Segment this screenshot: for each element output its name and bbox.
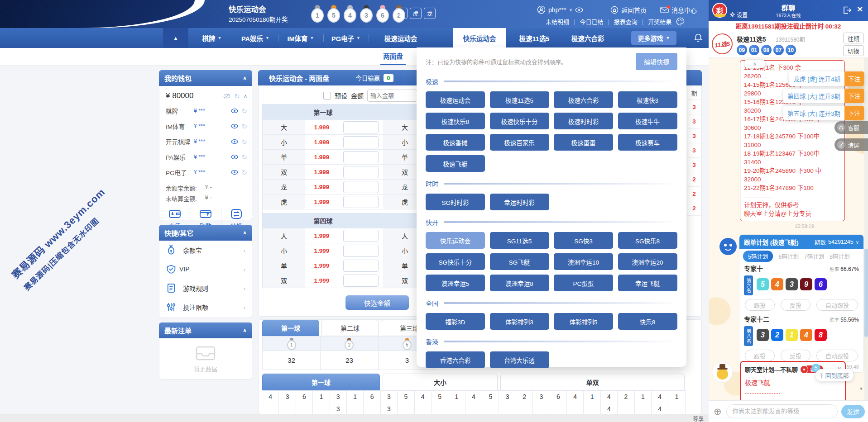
game-button[interactable]: 极速牛牛 xyxy=(618,113,677,129)
palette-icon[interactable] xyxy=(676,17,685,26)
tab-6code[interactable]: 6码计划 xyxy=(778,252,798,261)
menu-draw-results[interactable]: 开奖结果 xyxy=(648,17,671,26)
refresh-icon[interactable]: ↻ xyxy=(241,108,247,114)
nav-item-pg[interactable]: PG电子▼ xyxy=(324,28,368,48)
eye-icon[interactable] xyxy=(231,154,238,160)
sidebar-item-rules[interactable]: 游戏规则› xyxy=(159,279,252,298)
game-button[interactable]: 极速蛋蛋 xyxy=(554,134,613,151)
quick-amount-button[interactable]: 快选金额 xyxy=(345,295,409,310)
messages-link[interactable]: 消息中心 xyxy=(660,5,697,14)
game-button[interactable]: 澳洲幸运20 xyxy=(618,253,677,270)
game-button[interactable]: 极速飞艇 xyxy=(426,155,485,172)
trend-header-ball1[interactable]: 第一球 xyxy=(262,374,380,390)
bet-odds[interactable]: 1.999 xyxy=(305,273,338,288)
menu-unsettled[interactable]: 未结明细 xyxy=(546,17,569,26)
auto-follow-button[interactable]: 自动跟投 xyxy=(816,350,858,361)
bet-odds[interactable]: 1.999 xyxy=(305,120,338,135)
game-button[interactable]: 幸运时时彩 xyxy=(490,194,549,210)
bet-amount-input[interactable] xyxy=(343,275,379,287)
bet-option-label[interactable]: 双 xyxy=(263,165,305,180)
preset-checkbox[interactable] xyxy=(323,92,331,100)
bell-icon[interactable] xyxy=(694,33,703,43)
chevron-up-icon[interactable]: ∧ xyxy=(243,327,247,333)
customer-service-button[interactable]: 客服 xyxy=(834,121,868,134)
eye-icon[interactable] xyxy=(231,108,238,114)
game-button[interactable]: SG快乐8 xyxy=(618,232,677,249)
nav-item-im-sports[interactable]: IM体育▼ xyxy=(279,28,322,48)
bet-amount-input[interactable] xyxy=(343,151,379,163)
previous-draws-button[interactable]: 往期 xyxy=(843,33,864,43)
reverse-bet-button[interactable]: 反投 xyxy=(781,299,810,311)
refresh-icon[interactable]: ↻ xyxy=(241,154,247,161)
tab-8code[interactable]: 8码计划 xyxy=(830,252,849,261)
tab-ball-2[interactable]: 第二球 xyxy=(321,320,379,336)
game-button[interactable]: 极速快3 xyxy=(618,91,677,108)
game-button[interactable]: PC蛋蛋 xyxy=(554,275,613,291)
bet-option-label[interactable]: 双 xyxy=(263,273,305,288)
bet-odds[interactable]: 1.999 xyxy=(305,258,338,273)
bet-odds[interactable]: 1.999 xyxy=(305,135,338,150)
refresh-icon[interactable]: ↻ xyxy=(241,169,247,176)
collapse-message-button[interactable]: ∧ xyxy=(744,59,766,68)
eye-icon[interactable] xyxy=(575,7,583,13)
tab-two-sides[interactable]: 两面盘 xyxy=(380,48,406,65)
user-account[interactable]: php*** ∨ xyxy=(537,5,583,14)
bet-odds[interactable]: 1.999 xyxy=(305,150,338,165)
trend-header-bigsmall[interactable]: 大小 xyxy=(383,374,498,390)
game-button[interactable]: 快乐8 xyxy=(618,313,677,330)
send-button[interactable]: 发送 xyxy=(841,405,865,418)
bet-option-label[interactable]: 大 xyxy=(263,120,305,135)
bet-option-label[interactable]: 单 xyxy=(263,150,305,165)
sidebar-item-yuebao[interactable]: 余额宝› xyxy=(159,241,252,260)
chevron-up-icon[interactable]: ∧ xyxy=(243,75,247,81)
game-button[interactable]: 澳洲幸运10 xyxy=(554,253,613,270)
game-button[interactable]: SG飞艇 xyxy=(490,253,549,270)
bet-amount-input[interactable] xyxy=(343,166,379,178)
eye-icon[interactable] xyxy=(231,139,238,144)
nav-collapse-button[interactable]: ▲ xyxy=(163,28,188,48)
eye-icon[interactable] xyxy=(231,123,238,129)
nav-item-happy-games-active[interactable]: 快乐运动会 xyxy=(453,28,506,48)
bet-amount-input[interactable] xyxy=(343,136,379,148)
chat-scrollbar[interactable] xyxy=(864,58,868,400)
nav-item-chess[interactable]: 棋牌▼ xyxy=(192,28,232,48)
nav-item-pa[interactable]: PA娱乐▼ xyxy=(234,28,277,48)
game-button[interactable]: 极速赛车 xyxy=(618,134,677,151)
nav-item-speed-games[interactable]: 极速运动会 xyxy=(371,28,430,48)
tab-ball-1[interactable]: 第一球 xyxy=(262,320,319,336)
bet-amount-input[interactable] xyxy=(343,245,379,257)
back-to-bottom-button[interactable]: ∨∨ 回到底部 xyxy=(815,369,854,381)
game-button[interactable]: 极速运动会 xyxy=(426,91,485,108)
bet-option-label[interactable]: 小 xyxy=(263,243,305,258)
game-button[interactable]: SG快3 xyxy=(554,232,613,249)
bet-amount-input[interactable] xyxy=(343,121,379,133)
bet-amount-input[interactable] xyxy=(343,260,379,272)
reverse-bet-button[interactable]: 反投 xyxy=(781,350,810,361)
refresh-icon[interactable]: ↻ xyxy=(241,138,247,145)
eye-off-icon[interactable] xyxy=(223,93,230,99)
preset-amount-input[interactable] xyxy=(367,90,417,102)
chevron-up-icon[interactable]: ∧ xyxy=(244,93,247,99)
chevron-up-icon[interactable]: ∧ xyxy=(243,230,247,236)
bet-odds[interactable]: 1.999 xyxy=(305,228,338,243)
bet-option-label[interactable]: 大 xyxy=(263,228,305,243)
game-button[interactable]: 澳洲幸运5 xyxy=(426,275,485,291)
scrollbar-thumb[interactable] xyxy=(864,249,868,337)
plan-period-select[interactable]: 期数54291245∨ xyxy=(815,238,859,247)
nav-item-speed-11x5[interactable]: 极速11选5 xyxy=(510,28,559,48)
bet-option-label[interactable]: 单 xyxy=(263,258,305,273)
game-button[interactable]: SG11选5 xyxy=(490,232,549,249)
bet-odds[interactable]: 1.999 xyxy=(305,194,338,209)
game-button[interactable]: 幸运飞艇 xyxy=(618,275,677,291)
nav-item-speed-mark6[interactable]: 极速六合彩 xyxy=(562,28,613,48)
game-button[interactable]: 极速快乐十分 xyxy=(490,113,549,129)
follow-bet-button[interactable]: 跟投 xyxy=(745,350,775,361)
place-bet-button[interactable]: 下注 xyxy=(844,89,864,103)
game-button[interactable]: 体彩排列5 xyxy=(554,313,613,330)
game-button[interactable]: 极速番摊 xyxy=(426,134,485,151)
bet-option-label[interactable]: 虎 xyxy=(263,194,305,209)
home-link[interactable]: 返回首页 xyxy=(610,5,647,14)
bet-amount-input[interactable] xyxy=(343,230,379,242)
game-button[interactable]: 澳洲幸运8 xyxy=(490,275,549,291)
sidebar-item-vip[interactable]: VIP› xyxy=(159,260,252,279)
